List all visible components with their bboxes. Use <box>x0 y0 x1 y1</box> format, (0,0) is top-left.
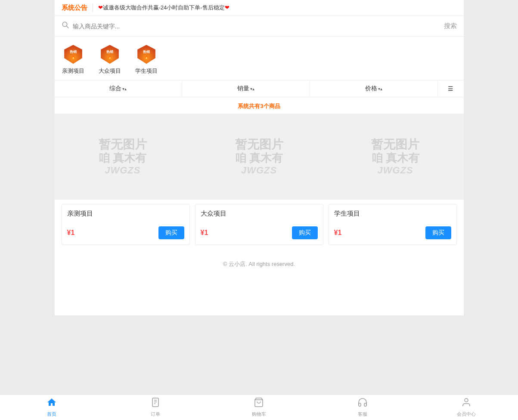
service-icon <box>357 397 368 410</box>
nav-item-service[interactable]: 客服 <box>311 397 415 417</box>
order-icon <box>150 397 161 410</box>
sort-comprehensive-arrow: ▾▴ <box>122 86 127 91</box>
category-bar: 热销 🔥 亲测项目 <box>55 37 464 80</box>
product-cards: 亲测项目 ¥1 购买 大众项目 ¥1 购买 学生项目 ¥1 购买 <box>55 200 464 252</box>
product-card-2: 大众项目 ¥1 购买 <box>195 204 323 245</box>
hot-icon-1: 热销 🔥 <box>62 43 84 65</box>
nav-label-home: 首页 <box>47 411 56 417</box>
no-image-block-1: 暂无图片 咱 真木有 JWGZS <box>55 114 191 200</box>
sort-comprehensive-label: 综合 <box>109 85 121 93</box>
no-image-area: 暂无图片 咱 真木有 JWGZS 暂无图片 咱 真木有 JWGZS 暂无图片 咱… <box>55 114 464 200</box>
sort-price[interactable]: 价格 ▾▴ <box>310 80 438 97</box>
no-image-block-2: 暂无图片 咱 真木有 JWGZS <box>191 114 327 200</box>
category-item-1[interactable]: 热销 🔥 亲测项目 <box>62 42 85 75</box>
product-name-1: 亲测项目 <box>67 210 184 218</box>
product-count-number: 3 <box>260 103 263 109</box>
no-image-watermark-1: JWGZS <box>105 165 140 176</box>
no-image-watermark-2: JWGZS <box>241 165 277 176</box>
svg-text:🔥: 🔥 <box>108 55 112 59</box>
product-count: 系统共有3个商品 <box>55 97 464 114</box>
sort-price-arrow: ▾▴ <box>378 86 382 91</box>
no-image-text-1-line1: 暂无图片 <box>99 137 147 152</box>
sort-sales[interactable]: 销量 ▾▴ <box>182 80 310 97</box>
hot-badge-3: 热销 🔥 <box>135 42 158 65</box>
svg-marker-2 <box>64 45 82 64</box>
sort-comprehensive[interactable]: 综合 ▾▴ <box>55 80 183 97</box>
product-price-3: ¥1 <box>334 229 342 237</box>
product-count-suffix: 个商品 <box>264 103 280 109</box>
heart-icon-left: ❤ <box>98 4 103 11</box>
svg-text:热销: 热销 <box>69 50 77 54</box>
announcement-divider <box>93 3 93 12</box>
cart-icon <box>254 397 264 410</box>
product-footer-2: ¥1 购买 <box>201 226 318 239</box>
nav-item-home[interactable]: 首页 <box>0 397 104 417</box>
buy-button-2[interactable]: 购买 <box>292 226 318 239</box>
nav-label-order: 订单 <box>151 411 160 417</box>
sort-sales-arrow: ▾▴ <box>250 86 254 91</box>
heart-icon-right: ❤ <box>225 4 230 11</box>
no-image-block-3: 暂无图片 咱 真木有 JWGZS <box>327 114 464 200</box>
no-image-text-3-line1: 暂无图片 <box>371 137 419 152</box>
search-button[interactable]: 搜索 <box>444 22 457 30</box>
list-icon: ☰ <box>448 85 453 92</box>
nav-item-member[interactable]: 会员中心 <box>414 397 518 417</box>
svg-rect-11 <box>152 398 158 407</box>
announcement-text: ❤诚邀各级大咖合作共赢-24小时自助下单-售后稳定❤ <box>98 4 230 12</box>
nav-label-service: 客服 <box>358 411 367 417</box>
label-prefix: 系统 <box>62 4 74 11</box>
product-footer-1: ¥1 购买 <box>67 226 184 239</box>
product-footer-3: ¥1 购买 <box>334 226 451 239</box>
buy-button-1[interactable]: 购买 <box>158 226 184 239</box>
product-name-2: 大众项目 <box>201 210 318 218</box>
nav-label-cart: 购物车 <box>252 411 266 417</box>
svg-text:热销: 热销 <box>106 50 113 54</box>
label-highlight: 公告 <box>74 4 87 11</box>
bottom-nav: 首页 订单 购物车 <box>0 394 518 420</box>
svg-point-16 <box>465 398 468 402</box>
nav-item-order[interactable]: 订单 <box>104 397 208 417</box>
buy-button-3[interactable]: 购买 <box>425 226 451 239</box>
product-price-2: ¥1 <box>201 229 208 237</box>
search-icon <box>62 21 69 31</box>
svg-text:🔥: 🔥 <box>145 55 149 59</box>
copyright: © 云小店. All rights reserved. <box>55 252 464 281</box>
no-image-text-2-line1: 暂无图片 <box>235 137 283 152</box>
no-image-watermark-3: JWGZS <box>378 165 413 176</box>
svg-line-1 <box>66 26 68 28</box>
home-icon <box>47 397 57 410</box>
category-item-3[interactable]: 热销 🔥 学生项目 <box>135 42 158 75</box>
bottom-spacer <box>55 281 464 315</box>
svg-text:热销: 热销 <box>143 50 150 54</box>
product-name-3: 学生项目 <box>334 210 451 218</box>
no-image-text-1-line2: 咱 真木有 <box>99 151 146 165</box>
announcement-bar: 系统公告 ❤诚邀各级大咖合作共赢-24小时自助下单-售后稳定❤ <box>55 0 464 16</box>
product-price-1: ¥1 <box>67 229 75 237</box>
product-card-3: 学生项目 ¥1 购买 <box>329 204 457 245</box>
search-bar: 搜索 <box>55 16 464 37</box>
no-image-text-2-line2: 咱 真木有 <box>235 151 283 165</box>
nav-label-member: 会员中心 <box>457 411 476 417</box>
svg-point-0 <box>62 22 67 27</box>
sort-sales-label: 销量 <box>237 85 249 93</box>
announcement-message: 诚邀各级大咖合作共赢-24小时自助下单-售后稳定 <box>103 4 225 11</box>
hot-badge-2: 热销 🔥 <box>98 42 122 65</box>
svg-text:🔥: 🔥 <box>71 55 75 59</box>
product-card-1: 亲测项目 ¥1 购买 <box>62 204 190 245</box>
nav-item-cart[interactable]: 购物车 <box>207 397 311 417</box>
sort-price-label: 价格 <box>365 85 377 93</box>
search-input[interactable] <box>73 23 444 30</box>
hot-icon-2: 热销 🔥 <box>99 43 121 65</box>
product-count-prefix: 系统共有 <box>238 103 260 109</box>
category-item-2[interactable]: 热销 🔥 大众项目 <box>98 42 122 75</box>
hot-icon-3: 热销 🔥 <box>136 43 157 65</box>
hot-badge-1: 热销 🔥 <box>62 42 85 65</box>
category-label-2: 大众项目 <box>99 67 121 75</box>
svg-marker-5 <box>101 45 119 64</box>
no-image-text-3-line2: 咱 真木有 <box>372 151 419 165</box>
sort-list-view[interactable]: ☰ <box>438 80 464 97</box>
member-icon <box>461 397 471 410</box>
announcement-label: 系统公告 <box>62 4 87 12</box>
category-label-3: 学生项目 <box>135 67 158 75</box>
sort-bar: 综合 ▾▴ 销量 ▾▴ 价格 ▾▴ ☰ <box>55 80 464 97</box>
